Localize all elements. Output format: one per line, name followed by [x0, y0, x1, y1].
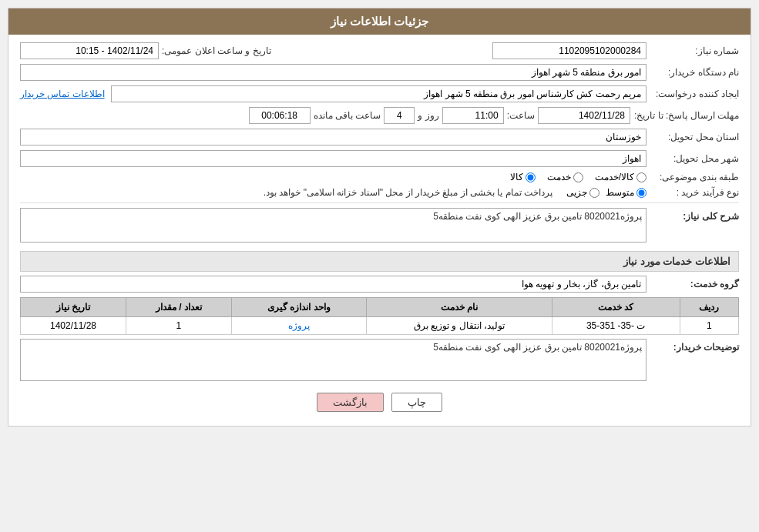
- category-options: کالا/خدمت خدمت کالا: [510, 172, 646, 182]
- need-description-row: شرح کلی نیاز: پروژه8020021 تامین برق عزی…: [20, 208, 739, 245]
- purchase-note: پرداخت تمام یا بخشی از مبلغ خریدار از مح…: [264, 187, 552, 198]
- cell-unit: پروژه: [231, 317, 366, 335]
- category-label: طبقه بندی موضوعی:: [646, 172, 739, 182]
- purchase-motavasset[interactable]: متوسط: [606, 187, 646, 198]
- cell-date: 1402/11/28: [21, 317, 126, 335]
- need-number-row: شماره نیاز: 1102095102000284 تاریخ و ساع…: [20, 42, 739, 59]
- category-khedmat[interactable]: خدمت: [547, 172, 583, 182]
- col-code: کد خدمت: [552, 298, 680, 317]
- category-kala[interactable]: کالا: [510, 172, 536, 182]
- cell-name: تولید، انتقال و توزیع برق: [367, 317, 552, 335]
- city-label: شهر محل تحویل:: [646, 153, 739, 164]
- col-count: تعداد / مقدار: [126, 298, 231, 317]
- page-title: جزئیات اطلاعات نیاز: [331, 15, 428, 28]
- buyer-description-text: پروژه8020021 تامین برق عزیز الهی کوی نفت…: [433, 342, 642, 353]
- service-group-label: گروه خدمت:: [646, 279, 739, 289]
- page-header: جزئیات اطلاعات نیاز: [8, 8, 751, 35]
- remaining-label: ساعت باقی مانده: [314, 110, 381, 121]
- col-name: نام خدمت: [367, 298, 552, 317]
- buyer-station-label: نام دستگاه خریدار:: [646, 67, 739, 78]
- col-unit: واحد اندازه گیری: [231, 298, 366, 317]
- service-group-row: گروه خدمت: تامین برق، گاز، بخار و تهویه …: [20, 276, 739, 293]
- service-group-value: تامین برق، گاز، بخار و تهویه هوا: [20, 276, 646, 293]
- buyer-station-value: امور برق منطقه 5 شهر اهواز: [20, 64, 646, 81]
- services-header: اطلاعات خدمات مورد نیاز: [20, 251, 739, 272]
- province-row: استان محل تحویل: خوزستان: [20, 129, 739, 146]
- deadline-days-label: روز و: [418, 110, 438, 121]
- back-button[interactable]: بازگشت: [317, 393, 384, 412]
- remaining-time: 00:06:18: [249, 107, 311, 124]
- cell-count: 1: [126, 317, 231, 335]
- city-value: اهواز: [20, 150, 646, 167]
- buyer-description-row: توضیحات خریدار: پروژه8020021 تامین برق ع…: [20, 339, 739, 383]
- cell-code: ت -35- 351-35: [552, 317, 680, 335]
- deadline-days: 4: [384, 107, 415, 124]
- category-row: طبقه بندی موضوعی: کالا/خدمت خدمت کالا: [20, 172, 739, 182]
- purchase-jozii[interactable]: جزیی: [566, 187, 599, 198]
- purchase-type-options: متوسط جزیی پرداخت تمام یا بخشی از مبلغ خ…: [264, 187, 646, 198]
- cell-row: 1: [680, 317, 738, 335]
- need-description-text: پروژه8020021 تامین برق عزیز الهی کوی نفت…: [433, 211, 642, 222]
- deadline-date: 1402/11/28: [538, 107, 630, 124]
- province-label: استان محل تحویل:: [646, 132, 739, 142]
- purchase-type-label: نوع فرآیند خرید :: [646, 187, 739, 198]
- services-table: ردیف کد خدمت نام خدمت واحد اندازه گیری ت…: [20, 297, 739, 335]
- buyer-description-label: توضیحات خریدار:: [646, 339, 739, 353]
- need-number-value: 1102095102000284: [492, 42, 646, 59]
- print-button[interactable]: چاپ: [391, 393, 442, 412]
- deadline-label: مهلت ارسال پاسخ: تا تاریخ:: [630, 110, 739, 121]
- deadline-time: 11:00: [442, 107, 504, 124]
- deadline-row: مهلت ارسال پاسخ: تا تاریخ: 1402/11/28 سا…: [20, 107, 739, 124]
- button-row: بازگشت چاپ: [20, 393, 739, 412]
- city-row: شهر محل تحویل: اهواز: [20, 150, 739, 167]
- province-value: خوزستان: [20, 129, 646, 146]
- announce-date-value: 1402/11/24 - 10:15: [20, 42, 159, 59]
- purchase-type-row: نوع فرآیند خرید : متوسط جزیی پرداخت تمام…: [20, 187, 739, 198]
- announce-date-label: تاریخ و ساعت اعلان عمومی:: [162, 45, 271, 56]
- col-row: ردیف: [680, 298, 738, 317]
- deadline-time-label: ساعت:: [507, 110, 535, 121]
- category-kala-khedmat[interactable]: کالا/خدمت: [595, 172, 646, 182]
- creator-label: ایجاد کننده درخواست:: [646, 89, 739, 99]
- contact-link[interactable]: اطلاعات تماس خریدار: [20, 89, 105, 99]
- table-row: 1 ت -35- 351-35 تولید، انتقال و توزیع بر…: [21, 317, 739, 335]
- creator-row: ایجاد کننده درخواست: مریم رحمت کش کارشنا…: [20, 85, 739, 102]
- col-date: تاریخ نیاز: [21, 298, 126, 317]
- need-number-label: شماره نیاز:: [646, 45, 739, 56]
- buyer-station-row: نام دستگاه خریدار: امور برق منطقه 5 شهر …: [20, 64, 739, 81]
- need-description-label: شرح کلی نیاز:: [646, 208, 739, 222]
- creator-value: مریم رحمت کش کارشناس امور برق منطقه 5 شه…: [111, 85, 646, 102]
